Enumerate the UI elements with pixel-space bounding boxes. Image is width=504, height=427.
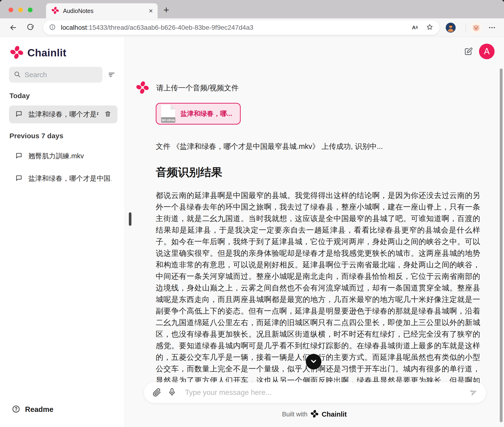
search-icon <box>14 71 21 79</box>
read-aloud-icon[interactable]: A <box>411 23 419 32</box>
file-mime-label: tet-strea <box>161 117 175 123</box>
browser-tab[interactable]: AudioNotes × <box>46 3 158 18</box>
close-tab-icon[interactable]: × <box>149 7 153 14</box>
question-circle-icon <box>12 405 20 414</box>
footer-brand-name: Chainlit <box>322 411 347 418</box>
result-heading: 音频识别结果 <box>156 165 480 180</box>
file-attachment-card[interactable]: tet-strea 盐津和绿春，哪... <box>156 103 241 125</box>
thread-item[interactable]: 盐津和绿春，哪个才是中国... <box>9 170 117 188</box>
address-bar[interactable]: localhost:15433/thread/ac63aab6-b626-40e… <box>43 20 440 35</box>
upload-status-text: 文件 《盐津和绿春，哪个才是中国最窄县城.mkv》 上传成功, 识别中... <box>156 142 480 152</box>
section-label-previous: Previous 7 days <box>9 132 63 140</box>
thread-item-label: 盐津和绿春，哪个才是中... <box>28 110 99 119</box>
favorite-star-icon[interactable] <box>426 23 434 32</box>
thread-item[interactable]: 翘臀肌力訓練.mkv <box>9 147 117 165</box>
back-icon[interactable] <box>9 23 17 32</box>
brand-name: Chainlit <box>27 47 66 59</box>
app-area: Chainlit Today 盐津和绿春，哪个才是中... <box>0 37 504 427</box>
url-path: :15433/thread/ac63aab6-b626-40eb-83be-9f… <box>87 24 253 31</box>
file-name: 盐津和绿春，哪... <box>181 109 232 118</box>
url-host: localhost <box>61 24 87 31</box>
search-input[interactable] <box>24 71 95 79</box>
bot-greeting-text: 请上传一个音频/视频文件 <box>156 83 239 93</box>
sidebar: Chainlit Today 盐津和绿春，哪个才是中... <box>0 37 125 427</box>
new-tab-button[interactable]: + <box>163 5 169 15</box>
minimize-window-button[interactable] <box>18 8 23 12</box>
thread-item-label: 翘臀肌力訓練.mkv <box>28 152 111 161</box>
extension-pig-icon[interactable] <box>471 22 482 33</box>
chat-main: A 请上传一个音频/视频文件 <box>125 37 504 427</box>
zoom-window-button[interactable] <box>28 8 33 12</box>
thread-item-label: 盐津和绿春，哪个才是中国... <box>28 174 111 183</box>
send-icon[interactable] <box>469 388 478 397</box>
search-box[interactable] <box>9 67 102 83</box>
chat-bubble-icon <box>15 110 23 119</box>
user-avatar-letter: A <box>484 46 490 56</box>
delete-thread-icon[interactable] <box>104 110 111 118</box>
chainlit-favicon-icon <box>52 7 59 15</box>
chainlit-logo-icon <box>10 46 23 60</box>
tab-title: AudioNotes <box>63 8 149 14</box>
chat-column: 请上传一个音频/视频文件 tet-strea 盐津和绿春，哪... 文件 《盐津… <box>136 37 480 398</box>
section-label-today: Today <box>9 92 30 100</box>
browser-toolbar: localhost:15433/thread/ac63aab6-b626-40e… <box>0 18 504 37</box>
built-with-footer[interactable]: Built with Chainlit <box>125 410 504 419</box>
microphone-icon[interactable] <box>168 388 176 397</box>
filter-icon[interactable] <box>107 71 116 79</box>
bot-message: 请上传一个音频/视频文件 <box>136 81 480 95</box>
svg-text:A: A <box>412 24 416 30</box>
url-text: localhost:15433/thread/ac63aab6-b626-40e… <box>61 24 411 31</box>
user-avatar[interactable]: A <box>479 44 495 59</box>
file-icon: tet-strea <box>161 105 175 123</box>
chat-bubble-icon <box>15 152 23 160</box>
reload-icon[interactable] <box>26 23 34 32</box>
chat-bubble-icon <box>15 174 23 183</box>
browser-profile-avatar[interactable] <box>445 22 456 33</box>
browser-menu-icon[interactable] <box>488 23 496 32</box>
message-input[interactable] <box>185 388 463 397</box>
sidebar-resize-handle[interactable] <box>129 212 131 226</box>
toolbar-divider <box>466 24 466 31</box>
chainlit-footer-logo-icon <box>311 410 318 419</box>
thread-item-active[interactable]: 盐津和绿春，哪个才是中... <box>9 106 117 123</box>
tab-strip: AudioNotes × + <box>0 0 504 18</box>
built-with-text: Built with <box>282 411 307 418</box>
chevron-down-icon <box>309 357 318 367</box>
attach-file-icon[interactable] <box>152 387 161 398</box>
readme-link[interactable]: Readme <box>12 405 53 414</box>
traffic-lights <box>8 8 33 12</box>
site-info-icon[interactable] <box>49 24 56 31</box>
browser-window: AudioNotes × + localhost:15433/thread/ac… <box>0 0 504 427</box>
close-window-button[interactable] <box>8 8 13 12</box>
readme-label: Readme <box>25 405 53 414</box>
assistant-avatar-icon <box>136 81 149 95</box>
message-composer[interactable] <box>144 382 486 403</box>
vertical-scrollbar[interactable] <box>500 69 503 422</box>
file-fold-corner <box>171 105 175 109</box>
scroll-to-bottom-button[interactable] <box>306 354 321 369</box>
brand-row: Chainlit <box>10 46 66 60</box>
